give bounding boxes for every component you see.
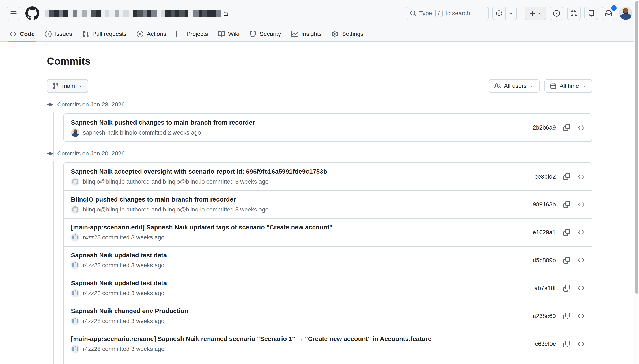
commit-meta-line: r4zz28 committed 3 weeks ago bbox=[71, 289, 167, 298]
copy-icon bbox=[563, 257, 570, 264]
people-icon bbox=[494, 82, 501, 89]
tab-label: Wiki bbox=[228, 31, 240, 38]
browse-files-button[interactable] bbox=[578, 313, 584, 320]
scrollbar-thumb[interactable] bbox=[635, 1, 638, 294]
inbox-icon bbox=[605, 10, 612, 17]
tab-icon bbox=[176, 31, 183, 38]
commit-card: Sapnesh Naik accepted oversight with sce… bbox=[64, 162, 592, 364]
commit-meta-text: r4zz28 committed 3 weeks ago bbox=[83, 290, 164, 296]
calendar-icon bbox=[550, 82, 556, 89]
tab-issues[interactable]: Issues bbox=[41, 26, 76, 42]
repo-icon bbox=[588, 10, 594, 17]
branch-selector-button[interactable]: main bbox=[47, 79, 88, 93]
tab-code[interactable]: Code bbox=[6, 26, 38, 42]
commit-row: Sapnesh Naik pushed changes to main bran… bbox=[64, 114, 592, 141]
commit-title-link[interactable]: BlinqIO pushed changes to main branch fr… bbox=[71, 195, 268, 204]
commit-sha[interactable]: e1629a1 bbox=[533, 229, 556, 236]
commit-sha[interactable]: be3bfd2 bbox=[534, 173, 556, 180]
hamburger-icon bbox=[10, 10, 17, 17]
tab-label: Pull requests bbox=[92, 31, 126, 38]
tab-projects[interactable]: Projects bbox=[173, 26, 212, 42]
commit-title-link[interactable]: Sapnesh Naik pushed changes to main bran… bbox=[71, 118, 255, 127]
copy-sha-button[interactable] bbox=[563, 124, 570, 131]
commit-sha[interactable]: 2b2b6a9 bbox=[533, 124, 556, 131]
commit-row-actions: 989163b bbox=[524, 201, 584, 208]
browse-files-button[interactable] bbox=[578, 173, 584, 180]
copilot-icon bbox=[496, 10, 502, 17]
copy-sha-button[interactable] bbox=[563, 173, 570, 180]
commit-author-avatar bbox=[71, 128, 80, 137]
commit-group-header: Commits on Jan 20, 2026 bbox=[47, 150, 592, 157]
issues-header-button[interactable] bbox=[550, 6, 563, 20]
tab-settings[interactable]: Settings bbox=[328, 26, 367, 42]
commit-meta-text: blinqio@blinq.io authored and blinqio@bl… bbox=[83, 178, 268, 185]
copy-icon bbox=[563, 285, 570, 292]
users-filter-label: All users bbox=[504, 82, 526, 89]
browse-files-button[interactable] bbox=[578, 340, 584, 347]
tab-label: Projects bbox=[186, 31, 208, 38]
commits-page: Commits main All users All time Commi bbox=[47, 42, 592, 364]
commit-title-link[interactable]: [main-app:scenario.rename] Sapnesh Naik … bbox=[71, 335, 432, 343]
repo-nav: Code Issues Pull requests Actions Projec… bbox=[6, 26, 632, 42]
notifications-inbox-button[interactable] bbox=[602, 6, 615, 20]
title-divider bbox=[47, 72, 592, 72]
hamburger-menu-button[interactable] bbox=[7, 6, 20, 20]
triangle-down-icon bbox=[78, 84, 82, 88]
copy-sha-button[interactable] bbox=[563, 285, 570, 292]
commit-row: Sapnesh Naik accepted oversight with sce… bbox=[64, 163, 592, 190]
tab-insights[interactable]: Insights bbox=[288, 26, 326, 42]
browse-files-button[interactable] bbox=[578, 257, 584, 264]
page-title: Commits bbox=[47, 42, 592, 67]
search-placeholder-suffix: to search bbox=[446, 10, 470, 17]
tab-security[interactable]: Security bbox=[246, 26, 285, 42]
browse-files-button[interactable] bbox=[578, 124, 584, 131]
tab-actions[interactable]: Actions bbox=[133, 26, 170, 42]
browse-files-button[interactable] bbox=[578, 201, 584, 208]
browse-files-button[interactable] bbox=[578, 229, 584, 236]
all-users-filter-button[interactable]: All users bbox=[489, 79, 540, 93]
commit-title-link[interactable]: Sapnesh Naik accepted oversight with sce… bbox=[71, 167, 327, 176]
commit-sha[interactable]: a238e69 bbox=[533, 313, 556, 320]
commit-timeline: Commits on Jan 28, 2026 Sapnesh Naik pus… bbox=[47, 101, 592, 364]
code-icon bbox=[578, 257, 584, 264]
create-new-button[interactable] bbox=[525, 6, 546, 20]
commit-title-link[interactable]: Sapnesh Naik updated test data bbox=[71, 251, 167, 260]
tab-label: Settings bbox=[342, 31, 363, 38]
git-commit-icon bbox=[47, 150, 54, 157]
search-input[interactable]: Type / to search bbox=[406, 6, 488, 20]
commit-meta-text: blinqio@blinq.io authored and blinqio@bl… bbox=[83, 206, 268, 213]
commit-sha[interactable]: ab7a18f bbox=[534, 285, 556, 292]
breadcrumb-redacted bbox=[45, 9, 229, 18]
commit-sha[interactable]: d5b809b bbox=[533, 257, 556, 264]
commit-row: [main-app:scenario.rename] Sapnesh Naik … bbox=[64, 330, 592, 358]
copy-icon bbox=[563, 340, 570, 347]
browse-files-button[interactable] bbox=[578, 285, 584, 292]
copy-sha-button[interactable] bbox=[563, 340, 570, 347]
commit-meta-line: r4zz28 committed 3 weeks ago bbox=[71, 317, 188, 325]
repositories-header-button[interactable] bbox=[584, 6, 598, 20]
commit-title-link[interactable]: Sapnesh Naik updated test data bbox=[71, 279, 167, 287]
commit-meta-line: r4zz28 committed 3 weeks ago bbox=[71, 261, 167, 270]
copy-sha-button[interactable] bbox=[563, 313, 570, 320]
all-time-filter-button[interactable]: All time bbox=[544, 79, 592, 93]
tab-pull-requests[interactable]: Pull requests bbox=[78, 26, 130, 42]
commit-group: Commits on Jan 28, 2026 Sapnesh Naik pus… bbox=[47, 101, 592, 142]
tab-label: Actions bbox=[147, 31, 166, 38]
commit-title-link[interactable]: Sapnesh Naik renamed feature Feature 1 t… bbox=[71, 362, 232, 364]
copy-sha-button[interactable] bbox=[563, 257, 570, 264]
commit-title-link[interactable]: Sapnesh Naik changed env Production bbox=[71, 307, 188, 315]
commit-title-link[interactable]: [main-app:scenario.edit] Sapnesh Naik up… bbox=[71, 223, 332, 232]
tab-wiki[interactable]: Wiki bbox=[214, 26, 243, 42]
commit-sha[interactable]: 989163b bbox=[533, 201, 556, 208]
git-commit-icon bbox=[47, 102, 54, 108]
github-logo-icon[interactable] bbox=[25, 6, 39, 20]
copy-sha-button[interactable] bbox=[563, 201, 570, 208]
github-header: Type / to search bbox=[0, 0, 639, 42]
copilot-button[interactable] bbox=[492, 6, 517, 20]
commit-row-actions: be3bfd2 bbox=[526, 173, 584, 180]
commit-sha[interactable]: c63ef0c bbox=[535, 340, 556, 347]
commit-meta-text: sapnesh-naik-blinqio committed 2 weeks a… bbox=[83, 129, 201, 136]
copy-sha-button[interactable] bbox=[563, 229, 570, 236]
user-avatar[interactable] bbox=[619, 7, 632, 20]
pull-requests-header-button[interactable] bbox=[567, 6, 581, 20]
